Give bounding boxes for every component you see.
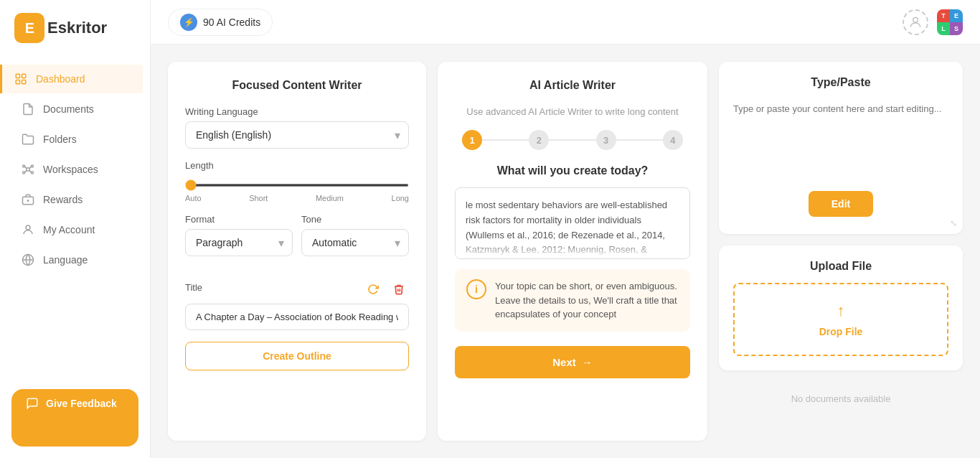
format-label: Format xyxy=(185,214,293,225)
article-text: le most sedentary behaviors are well-est… xyxy=(466,200,672,259)
lang-cell-s: S xyxy=(950,22,963,35)
length-ticks: Auto Short Medium Long xyxy=(185,194,409,202)
step-1: 1 xyxy=(462,130,482,150)
sidebar-item-folders[interactable]: Folders xyxy=(7,125,143,154)
step-2: 2 xyxy=(529,130,549,150)
credits-badge[interactable]: ⚡ 90 AI Credits xyxy=(168,9,273,36)
focused-writer-card: Focused Content Writer Writing Language … xyxy=(168,62,426,441)
upload-file-card: Upload File ↑ Drop File xyxy=(719,246,963,370)
svg-point-6 xyxy=(32,165,34,167)
title-input[interactable] xyxy=(185,304,409,330)
title-delete-btn[interactable] xyxy=(389,279,409,299)
step-3: 3 xyxy=(596,130,616,150)
sidebar-item-documents[interactable]: Documents xyxy=(7,95,143,123)
next-arrow-icon: → xyxy=(582,356,593,368)
title-actions xyxy=(363,279,409,299)
info-box: i Your topic can be short, or even ambig… xyxy=(455,269,690,332)
language-label: Writing Language xyxy=(185,106,409,117)
svg-line-11 xyxy=(25,171,27,173)
article-writer-card: AI Article Writer Use advanced AI Articl… xyxy=(438,62,707,441)
svg-line-9 xyxy=(25,167,27,169)
tick-short: Short xyxy=(249,194,268,202)
language-badge: T E L S xyxy=(937,9,963,35)
drop-label: Drop File xyxy=(819,326,863,337)
tone-col: Tone Automatic ▾ xyxy=(301,214,409,268)
give-feedback-label: Give Feedback xyxy=(46,398,117,409)
svg-rect-1 xyxy=(22,74,26,78)
stepper: 1 2 3 4 xyxy=(455,130,690,150)
lang-cell-l: L xyxy=(937,22,950,35)
lang-cell-e: E xyxy=(950,9,963,22)
edit-btn[interactable]: Edit xyxy=(809,191,873,217)
sidebar-item-language-label: Language xyxy=(43,254,88,266)
svg-point-4 xyxy=(27,168,30,172)
logo-icon: E xyxy=(14,13,44,43)
topbar-right: T E L S xyxy=(903,9,963,35)
info-text: Your topic can be short, or even ambiguo… xyxy=(495,279,679,322)
sidebar-item-rewards[interactable]: Rewards xyxy=(7,185,143,214)
title-refresh-btn[interactable] xyxy=(363,279,383,299)
drop-zone[interactable]: ↑ Drop File xyxy=(733,283,948,356)
svg-rect-0 xyxy=(16,74,19,78)
sidebar-item-dashboard-label: Dashboard xyxy=(36,73,85,85)
type-paste-title: Type/Paste xyxy=(733,76,948,89)
logo: E Eskritor xyxy=(0,0,150,56)
sidebar-nav: Dashboard Documents Folders Workspaces R… xyxy=(0,56,150,378)
tone-select-wrap: Automatic ▾ xyxy=(301,229,409,256)
next-btn[interactable]: Next → xyxy=(455,346,690,378)
svg-point-8 xyxy=(32,172,34,174)
language-select-wrap: English (English) ▾ xyxy=(185,121,409,149)
sidebar: E Eskritor Dashboard Documents Folders W… xyxy=(0,0,151,458)
sidebar-item-workspaces[interactable]: Workspaces xyxy=(7,155,143,184)
title-label: Title xyxy=(185,282,202,293)
title-row: Title xyxy=(185,279,409,299)
sidebar-item-workspaces-label: Workspaces xyxy=(43,164,98,175)
format-select[interactable]: Paragraph xyxy=(185,229,293,256)
credits-icon: ⚡ xyxy=(180,14,197,31)
tick-auto: Auto xyxy=(185,194,202,202)
article-writer-subtitle: Use advanced AI Article Writer to write … xyxy=(455,106,690,117)
svg-point-18 xyxy=(913,17,918,22)
paste-textarea[interactable] xyxy=(733,103,948,182)
format-tone-row: Format Paragraph ▾ Tone Automatic ▾ xyxy=(185,214,409,268)
article-text-box: le most sedentary behaviors are well-est… xyxy=(455,187,690,259)
length-label: Length xyxy=(185,160,409,171)
main-area: ⚡ 90 AI Credits T E L S Focused Content … xyxy=(151,0,980,458)
step-4: 4 xyxy=(663,130,683,150)
svg-point-7 xyxy=(23,172,25,174)
tick-long: Long xyxy=(392,194,409,202)
info-icon: i xyxy=(466,279,486,299)
sidebar-item-dashboard[interactable]: Dashboard xyxy=(0,65,143,93)
user-avatar[interactable] xyxy=(903,9,928,35)
step-line-1-2 xyxy=(482,139,529,141)
svg-rect-2 xyxy=(16,80,19,84)
step-line-3-4 xyxy=(616,139,663,141)
svg-point-5 xyxy=(23,165,25,167)
svg-line-12 xyxy=(29,171,31,173)
length-slider[interactable] xyxy=(185,184,409,187)
credits-label: 90 AI Credits xyxy=(203,17,260,28)
tone-select[interactable]: Automatic xyxy=(301,229,409,256)
resize-handle: ⤡ xyxy=(950,218,957,228)
tone-label: Tone xyxy=(301,214,409,225)
article-writer-title: AI Article Writer xyxy=(455,79,690,92)
type-paste-card: Type/Paste ⤡ Edit xyxy=(719,62,963,234)
create-outline-btn[interactable]: Create Outline xyxy=(185,342,409,370)
no-docs-label: No documents available xyxy=(719,382,963,416)
give-feedback-item[interactable]: Give Feedback xyxy=(11,389,138,418)
tick-medium: Medium xyxy=(316,194,344,202)
sidebar-item-my-account[interactable]: My Account xyxy=(7,215,143,244)
length-slider-wrap xyxy=(185,177,409,190)
svg-rect-3 xyxy=(22,80,26,84)
sidebar-item-documents-label: Documents xyxy=(43,103,94,115)
format-select-wrap: Paragraph ▾ xyxy=(185,229,293,256)
topbar: ⚡ 90 AI Credits T E L S xyxy=(151,0,980,45)
sidebar-item-language[interactable]: Language xyxy=(7,246,143,274)
right-panel: Type/Paste ⤡ Edit Upload File ↑ Drop Fil… xyxy=(719,62,963,441)
sidebar-item-rewards-label: Rewards xyxy=(43,194,83,205)
language-select[interactable]: English (English) xyxy=(185,121,409,149)
sidebar-item-my-account-label: My Account xyxy=(43,224,95,235)
focused-writer-title: Focused Content Writer xyxy=(185,79,409,92)
format-col: Format Paragraph ▾ xyxy=(185,214,293,268)
upload-icon: ↑ xyxy=(837,302,845,320)
